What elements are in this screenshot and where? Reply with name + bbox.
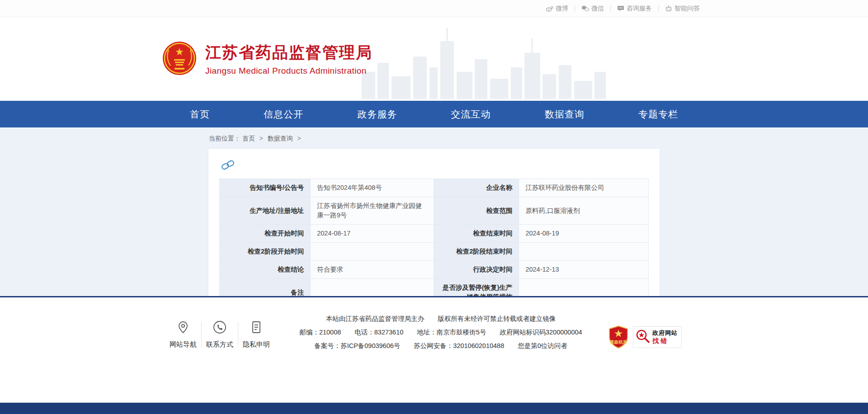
field-value: 2024-08-17: [311, 225, 434, 243]
field-label: 检查2阶段结束时间: [434, 243, 519, 261]
content-area: 当前位置： 首页 > 数据查询 >: [0, 127, 868, 296]
nav-item-special-topics[interactable]: 专题专栏: [634, 101, 683, 127]
map-pin-icon: [177, 320, 189, 336]
footer-privacy[interactable]: 隐私申明: [239, 320, 274, 349]
breadcrumb-home[interactable]: 首页: [242, 135, 255, 142]
breadcrumb-data-query[interactable]: 数据查询: [268, 135, 293, 142]
site-header: 江苏省药品监督管理局 Jiangsu Medical Products Admi…: [0, 17, 868, 101]
field-label: 检查开始时间: [220, 225, 311, 243]
party-gov-badge[interactable]: 党政机关: [608, 325, 629, 349]
field-value: 2024-08-19: [519, 225, 649, 243]
inspection-detail-card: 告知书编号/公告号 告知书2024年第408号 企业名称 江苏联环药业股份有限公…: [208, 148, 660, 319]
table-row: 生产地址/注册地址 江苏省扬州市扬州生物健康产业园健康一路9号 检查范围 原料药…: [220, 197, 649, 225]
field-label: 企业名称: [434, 179, 519, 197]
field-label: 生产地址/注册地址: [220, 197, 311, 225]
breadcrumb: 当前位置： 首页 > 数据查询 >: [208, 127, 660, 148]
footer-info: 本站由江苏省药品监督管理局主办 版权所有未经许可禁止转载或者建立镜像 邮编：21…: [274, 314, 608, 355]
smart-qa-icon: [665, 5, 672, 12]
field-label: 行政决定时间: [434, 261, 519, 279]
weibo-icon: [546, 5, 553, 12]
footer-line-3: 备案号：苏ICP备09039606号 苏公网安备：32010602010488 …: [274, 342, 608, 350]
table-row: 检查开始时间 2024-08-17 检查结束时间 2024-08-19: [220, 225, 649, 243]
footer-site-id: 政府网站标识码3200000004: [500, 329, 582, 336]
field-value: 原料药,口服溶液剂: [519, 197, 649, 225]
footer-host-text: 本站由江苏省药品监督管理局主办: [326, 315, 425, 322]
divider: [201, 322, 202, 347]
footer-line-1: 本站由江苏省药品监督管理局主办 版权所有未经许可禁止转载或者建立镜像: [274, 315, 608, 323]
topbar-label: 微信: [591, 5, 604, 13]
breadcrumb-label: 当前位置：: [209, 135, 241, 142]
field-value: 符合要求: [311, 261, 434, 279]
topbar-wechat[interactable]: 微信: [581, 5, 604, 13]
field-value: 江苏省扬州市扬州生物健康产业园健康一路9号: [311, 197, 434, 225]
divider: [575, 5, 575, 12]
topbar-label: 微博: [556, 5, 568, 13]
footer-nav-label: 网站导航: [170, 340, 197, 349]
footer-police-number: 苏公网安备：32010602010488: [414, 342, 504, 349]
gov-site-find-error-badge[interactable]: 政府网站 找错: [633, 326, 682, 348]
page: 微博 微信 咨询服务: [0, 0, 868, 414]
breadcrumb-separator: >: [259, 135, 263, 142]
footer-phone: 电话：83273610: [354, 329, 403, 336]
nav-item-data-query[interactable]: 数据查询: [540, 101, 589, 127]
field-label: 检查2阶段开始时间: [220, 243, 311, 261]
topbar-weibo[interactable]: 微博: [546, 5, 568, 13]
field-label: 检查结束时间: [434, 225, 519, 243]
field-label: 告知书编号/公告号: [220, 179, 311, 197]
nav-item-interaction[interactable]: 交流互动: [447, 101, 495, 127]
field-value: 告知书2024年第408号: [311, 179, 434, 197]
footer-badges: 党政机关 政府网站 找错: [608, 319, 682, 355]
main-nav: 首页 信息公开 政务服务 交流互动 数据查询 专题专栏: [0, 101, 868, 127]
breadcrumb-separator: >: [297, 135, 301, 142]
brand-text: 江苏省药品监督管理局 Jiangsu Medical Products Admi…: [205, 42, 373, 76]
topbar: 微博 微信 咨询服务: [0, 0, 868, 17]
find-error-bottom-label: 找错: [652, 337, 678, 345]
field-value: [311, 243, 434, 261]
footer-contact[interactable]: 联系方式: [202, 320, 237, 349]
party-gov-badge-label: 党政机关: [610, 339, 627, 344]
brand: 江苏省药品监督管理局 Jiangsu Medical Products Admi…: [162, 41, 373, 78]
nav-item-info-disclosure[interactable]: 信息公开: [259, 101, 308, 127]
table-row: 检查2阶段开始时间 检查2阶段结束时间: [220, 243, 649, 261]
field-label: 检查范围: [434, 197, 519, 225]
national-emblem-logo: [162, 41, 197, 78]
footer-postcode: 邮编：210008: [299, 329, 341, 336]
divider: [658, 5, 659, 12]
nav-item-home[interactable]: 首页: [185, 101, 214, 127]
footer-line-2: 邮编：210008 电话：83273610 地址：南京市鼓楼街5号 政府网站标识…: [274, 328, 608, 337]
divider: [238, 322, 238, 347]
bottom-strip: [0, 403, 868, 414]
nav-item-gov-services[interactable]: 政务服务: [353, 101, 401, 127]
find-error-top-label: 政府网站: [652, 329, 678, 337]
field-value: 2024-12-13: [519, 261, 649, 279]
footer-nav-label: 联系方式: [206, 340, 233, 349]
table-row: 告知书编号/公告号 告知书2024年第408号 企业名称 江苏联环药业股份有限公…: [220, 179, 649, 197]
inspection-table: 告知书编号/公告号 告知书2024年第408号 企业名称 江苏联环药业股份有限公…: [219, 179, 649, 306]
footer-address: 地址：南京市鼓楼街5号: [417, 329, 486, 336]
footer-nav-label: 隐私申明: [243, 340, 270, 349]
topbar-consult-service[interactable]: 咨询服务: [617, 5, 652, 13]
footer-nav: 网站导航 联系方式: [165, 314, 274, 355]
skyline-art: [362, 27, 606, 101]
site-title: 江苏省药品监督管理局: [205, 42, 373, 63]
footer: 网站导航 联系方式: [0, 296, 868, 403]
field-value: 江苏联环药业股份有限公司: [519, 179, 649, 197]
link-icon: [220, 159, 649, 173]
topbar-links: 微博 微信 咨询服务: [546, 5, 700, 13]
footer-copyright-text: 版权所有未经许可禁止转载或者建立镜像: [438, 315, 556, 322]
table-row: 检查结论 符合要求 行政决定时间 2024-12-13: [220, 261, 649, 279]
topbar-label: 智能问答: [675, 5, 700, 13]
field-label: 检查结论: [220, 261, 311, 279]
find-error-text: 政府网站 找错: [652, 329, 678, 345]
field-value: [519, 243, 649, 261]
document-icon: [250, 320, 263, 336]
topbar-label: 咨询服务: [627, 5, 652, 13]
footer-site-map[interactable]: 网站导航: [165, 320, 201, 349]
footer-visitor-counter: 您是第0位访问者: [518, 342, 567, 349]
wechat-icon: [581, 5, 589, 12]
phone-icon: [213, 320, 226, 336]
topbar-smart-qa[interactable]: 智能问答: [665, 5, 700, 13]
site-subtitle: Jiangsu Medical Products Administration: [205, 66, 373, 76]
divider: [610, 5, 611, 12]
consult-icon: [617, 5, 624, 12]
